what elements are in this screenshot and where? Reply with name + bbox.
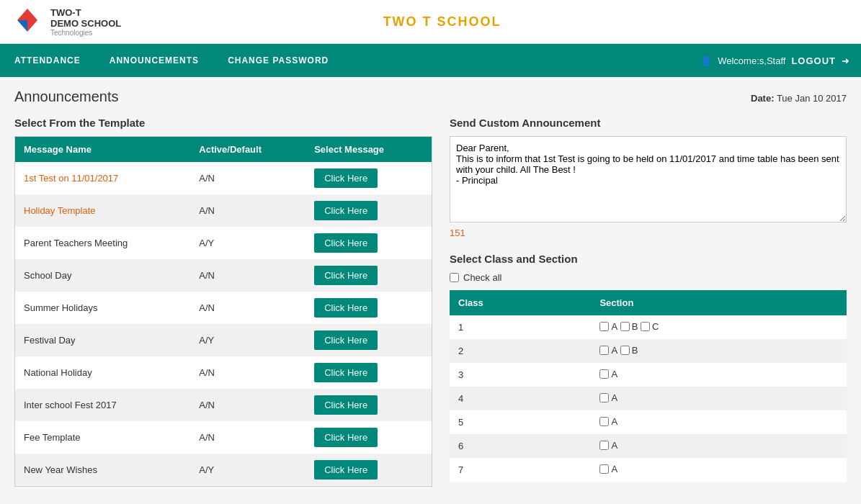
sections-cell: A: [591, 363, 847, 387]
section-checkbox[interactable]: [641, 322, 650, 331]
active-cell: A/N: [190, 356, 305, 389]
col-message-name: Message Name: [15, 137, 191, 163]
table-row: Festival DayA/YClick Here: [15, 324, 432, 356]
select-cell: Click Here: [305, 454, 432, 487]
date-value: Tue Jan 10 2017: [777, 93, 847, 104]
click-here-button[interactable]: Click Here: [314, 266, 378, 285]
click-here-button[interactable]: Click Here: [314, 460, 378, 480]
click-here-button[interactable]: Click Here: [314, 168, 378, 188]
section-checkbox[interactable]: [599, 441, 609, 450]
table-row: Holiday TemplateA/NClick Here: [15, 194, 432, 227]
template-table: Message Name Active/Default Select Messa…: [14, 136, 432, 487]
click-here-button[interactable]: Click Here: [314, 298, 378, 318]
message-name-cell: Summer Holidays: [15, 292, 191, 324]
message-name-cell: Holiday Template: [15, 194, 191, 227]
table-row: Inter school Fest 2017A/NClick Here: [15, 389, 432, 421]
announcement-textarea[interactable]: [450, 136, 847, 222]
table-row: New Year WishesA/YClick Here: [15, 454, 432, 487]
select-cell: Click Here: [305, 162, 432, 194]
section-checkbox[interactable]: [620, 322, 630, 331]
message-name-cell: Inter school Fest 2017: [15, 389, 191, 421]
section-label[interactable]: A: [599, 392, 617, 403]
message-name-cell: Parent Teachers Meeting: [15, 227, 191, 259]
section-label[interactable]: A: [599, 464, 617, 474]
col-section: Section: [591, 290, 847, 315]
logo-icon: [12, 6, 43, 37]
click-here-button[interactable]: Click Here: [314, 233, 378, 253]
col-select: Select Message: [305, 137, 432, 163]
active-cell: A/N: [190, 259, 305, 292]
class-number-cell: 5: [450, 410, 591, 434]
class-section-title: Select Class and Section: [450, 253, 847, 265]
section-label[interactable]: B: [620, 321, 638, 332]
sections-cell: A B C: [591, 315, 847, 339]
sections-cell: A: [591, 410, 847, 434]
active-cell: A/N: [190, 389, 305, 421]
section-checkbox[interactable]: [599, 369, 609, 379]
active-cell: A/N: [190, 194, 305, 227]
class-section-table: Class Section 1 A B C 2 A B 3 A 4 A 5 A …: [450, 290, 847, 482]
class-number-cell: 7: [450, 458, 591, 482]
select-cell: Click Here: [305, 227, 432, 259]
page-header-row: Announcements Date: Tue Jan 10 2017: [14, 89, 847, 105]
click-here-button[interactable]: Click Here: [314, 395, 378, 415]
section-checkbox[interactable]: [599, 346, 609, 355]
nav-attendance[interactable]: ATTENDANCE: [0, 44, 95, 77]
class-row: 3 A: [450, 363, 847, 387]
page-content: Announcements Date: Tue Jan 10 2017 Sele…: [0, 77, 861, 498]
class-row: 6 A: [450, 434, 847, 458]
check-all-label[interactable]: Check all: [463, 272, 501, 283]
two-col-layout: Select From the Template Message Name Ac…: [14, 117, 847, 487]
click-here-button[interactable]: Click Here: [314, 201, 378, 220]
svg-marker-2: [27, 20, 37, 32]
message-name-cell: New Year Wishes: [15, 454, 191, 487]
nav-bar: ATTENDANCE ANNOUNCEMENTS CHANGE PASSWORD…: [0, 44, 861, 77]
section-checkbox[interactable]: [620, 346, 630, 355]
table-row: Parent Teachers MeetingA/YClick Here: [15, 227, 432, 259]
nav-right: 👤 Welcome:s,Staff LOGOUT ➜: [700, 55, 861, 66]
svg-marker-1: [17, 20, 27, 32]
active-cell: A/Y: [190, 324, 305, 356]
section-checkbox[interactable]: [599, 322, 609, 331]
section-checkbox[interactable]: [599, 464, 609, 474]
class-row: 7 A: [450, 458, 847, 482]
section-label[interactable]: A: [599, 369, 617, 379]
section-label[interactable]: C: [641, 321, 659, 332]
table-row: National HolidayA/NClick Here: [15, 356, 432, 389]
nav-change-password[interactable]: CHANGE PASSWORD: [213, 44, 343, 77]
click-here-button[interactable]: Click Here: [314, 428, 378, 447]
click-here-button[interactable]: Click Here: [314, 330, 378, 350]
sections-cell: A: [591, 458, 847, 482]
active-cell: A/N: [190, 421, 305, 454]
active-cell: A/N: [190, 292, 305, 324]
message-name-cell: School Day: [15, 259, 191, 292]
template-section-title: Select From the Template: [14, 117, 432, 129]
logout-button[interactable]: LOGOUT: [791, 55, 836, 66]
class-number-cell: 6: [450, 434, 591, 458]
svg-marker-0: [17, 9, 37, 20]
table-row: 1st Test on 11/01/2017A/NClick Here: [15, 162, 432, 194]
date-display: Date: Tue Jan 10 2017: [751, 93, 847, 104]
section-label[interactable]: A: [599, 416, 617, 427]
active-cell: A/N: [190, 162, 305, 194]
click-here-button[interactable]: Click Here: [314, 363, 378, 382]
section-label[interactable]: A: [599, 440, 617, 451]
nav-left: ATTENDANCE ANNOUNCEMENTS CHANGE PASSWORD: [0, 44, 343, 77]
section-checkbox[interactable]: [599, 393, 609, 402]
section-label[interactable]: A: [599, 345, 617, 356]
select-cell: Click Here: [305, 421, 432, 454]
message-name-cell: 1st Test on 11/01/2017: [15, 162, 191, 194]
table-row: School DayA/NClick Here: [15, 259, 432, 292]
section-checkbox[interactable]: [599, 417, 609, 426]
check-all-checkbox[interactable]: [450, 273, 459, 282]
page-title: Announcements: [14, 89, 119, 105]
class-number-cell: 2: [450, 339, 591, 363]
select-cell: Click Here: [305, 389, 432, 421]
col-class: Class: [450, 290, 591, 315]
class-number-cell: 4: [450, 387, 591, 410]
nav-announcements[interactable]: ANNOUNCEMENTS: [95, 44, 213, 77]
sections-cell: A B: [591, 339, 847, 363]
section-label[interactable]: B: [620, 345, 638, 356]
class-row: 1 A B C: [450, 315, 847, 339]
section-label[interactable]: A: [599, 321, 617, 332]
